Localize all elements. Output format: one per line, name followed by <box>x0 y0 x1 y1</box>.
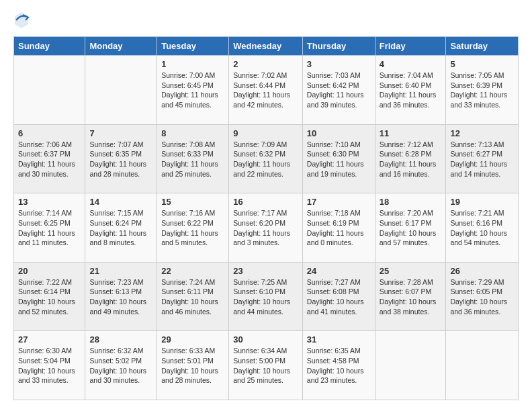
calendar-cell: 5Sunrise: 7:05 AMSunset: 6:39 PMDaylight… <box>446 56 519 125</box>
day-number: 26 <box>450 266 514 276</box>
day-number: 25 <box>380 266 442 276</box>
day-number: 13 <box>18 197 81 207</box>
calendar-cell <box>14 56 85 125</box>
day-number: 5 <box>450 59 514 69</box>
day-number: 15 <box>161 197 224 207</box>
calendar-cell: 15Sunrise: 7:16 AMSunset: 6:22 PMDayligh… <box>157 193 229 263</box>
page: SundayMondayTuesdayWednesdayThursdayFrid… <box>0 0 532 411</box>
cell-content: Sunrise: 7:08 AMSunset: 6:33 PMDaylight:… <box>161 140 224 179</box>
day-number: 7 <box>89 128 152 138</box>
cell-content: Sunrise: 6:34 AMSunset: 5:00 PMDaylight:… <box>233 346 298 385</box>
cell-content: Sunrise: 7:23 AMSunset: 6:13 PMDaylight:… <box>89 277 152 317</box>
cell-content: Sunrise: 6:35 AMSunset: 4:58 PMDaylight:… <box>307 346 371 385</box>
calendar-cell: 29Sunrise: 6:33 AMSunset: 5:01 PMDayligh… <box>157 331 229 400</box>
calendar-table: SundayMondayTuesdayWednesdayThursdayFrid… <box>13 36 519 400</box>
day-number: 28 <box>89 334 152 345</box>
calendar-cell: 21Sunrise: 7:23 AMSunset: 6:13 PMDayligh… <box>85 262 157 331</box>
day-number: 30 <box>233 334 298 345</box>
calendar-cell: 17Sunrise: 7:18 AMSunset: 6:19 PMDayligh… <box>302 193 375 263</box>
calendar-cell <box>375 331 446 400</box>
cell-content: Sunrise: 7:27 AMSunset: 6:08 PMDaylight:… <box>307 277 371 317</box>
calendar-cell: 23Sunrise: 7:25 AMSunset: 6:10 PMDayligh… <box>229 262 303 331</box>
day-number: 22 <box>161 266 224 276</box>
cell-content: Sunrise: 7:18 AMSunset: 6:19 PMDaylight:… <box>307 208 371 248</box>
calendar-cell: 2Sunrise: 7:02 AMSunset: 6:44 PMDaylight… <box>229 56 303 125</box>
calendar-cell: 28Sunrise: 6:32 AMSunset: 5:02 PMDayligh… <box>85 331 157 400</box>
weekday-header: Friday <box>375 37 446 56</box>
cell-content: Sunrise: 6:30 AMSunset: 5:04 PMDaylight:… <box>18 346 81 385</box>
calendar-week-row: 6Sunrise: 7:06 AMSunset: 6:37 PMDaylight… <box>14 124 519 193</box>
weekday-row: SundayMondayTuesdayWednesdayThursdayFrid… <box>14 37 519 56</box>
calendar-week-row: 27Sunrise: 6:30 AMSunset: 5:04 PMDayligh… <box>14 331 519 400</box>
calendar-cell: 4Sunrise: 7:04 AMSunset: 6:40 PMDaylight… <box>375 56 446 125</box>
calendar-cell: 10Sunrise: 7:10 AMSunset: 6:30 PMDayligh… <box>302 124 375 193</box>
day-number: 31 <box>307 334 371 345</box>
cell-content: Sunrise: 7:09 AMSunset: 6:32 PMDaylight:… <box>233 140 298 179</box>
calendar-cell <box>85 56 157 125</box>
calendar-cell: 25Sunrise: 7:28 AMSunset: 6:07 PMDayligh… <box>375 262 446 331</box>
cell-content: Sunrise: 7:07 AMSunset: 6:35 PMDaylight:… <box>89 140 152 179</box>
calendar-cell: 6Sunrise: 7:06 AMSunset: 6:37 PMDaylight… <box>14 124 85 193</box>
cell-content: Sunrise: 6:33 AMSunset: 5:01 PMDaylight:… <box>161 346 224 385</box>
calendar-cell: 13Sunrise: 7:14 AMSunset: 6:25 PMDayligh… <box>14 193 85 263</box>
calendar-cell: 27Sunrise: 6:30 AMSunset: 5:04 PMDayligh… <box>14 331 85 400</box>
calendar-cell: 18Sunrise: 7:20 AMSunset: 6:17 PMDayligh… <box>375 193 446 263</box>
calendar-cell: 7Sunrise: 7:07 AMSunset: 6:35 PMDaylight… <box>85 124 157 193</box>
calendar-cell: 11Sunrise: 7:12 AMSunset: 6:28 PMDayligh… <box>375 124 446 193</box>
calendar-cell: 1Sunrise: 7:00 AMSunset: 6:45 PMDaylight… <box>157 56 229 125</box>
cell-content: Sunrise: 7:03 AMSunset: 6:42 PMDaylight:… <box>307 71 371 110</box>
day-number: 17 <box>307 197 371 207</box>
day-number: 27 <box>18 334 81 345</box>
day-number: 24 <box>307 266 371 276</box>
day-number: 11 <box>380 128 442 138</box>
calendar-cell: 31Sunrise: 6:35 AMSunset: 4:58 PMDayligh… <box>302 331 375 400</box>
day-number: 12 <box>450 128 514 138</box>
day-number: 4 <box>380 59 442 69</box>
cell-content: Sunrise: 7:24 AMSunset: 6:11 PMDaylight:… <box>161 277 224 317</box>
calendar-week-row: 1Sunrise: 7:00 AMSunset: 6:45 PMDaylight… <box>14 56 519 125</box>
weekday-header: Sunday <box>14 37 85 56</box>
day-number: 1 <box>161 59 224 69</box>
cell-content: Sunrise: 7:14 AMSunset: 6:25 PMDaylight:… <box>18 208 81 248</box>
day-number: 8 <box>161 128 224 138</box>
weekday-header: Saturday <box>446 37 519 56</box>
cell-content: Sunrise: 7:15 AMSunset: 6:24 PMDaylight:… <box>89 208 152 248</box>
calendar-cell: 24Sunrise: 7:27 AMSunset: 6:08 PMDayligh… <box>302 262 375 331</box>
cell-content: Sunrise: 7:05 AMSunset: 6:39 PMDaylight:… <box>450 71 514 110</box>
logo <box>13 11 32 30</box>
cell-content: Sunrise: 7:00 AMSunset: 6:45 PMDaylight:… <box>161 71 224 110</box>
calendar-cell: 3Sunrise: 7:03 AMSunset: 6:42 PMDaylight… <box>302 56 375 125</box>
calendar-body: 1Sunrise: 7:00 AMSunset: 6:45 PMDaylight… <box>14 56 519 400</box>
day-number: 2 <box>233 59 298 69</box>
cell-content: Sunrise: 7:10 AMSunset: 6:30 PMDaylight:… <box>307 140 371 179</box>
day-number: 16 <box>233 197 298 207</box>
calendar-cell: 30Sunrise: 6:34 AMSunset: 5:00 PMDayligh… <box>229 331 303 400</box>
day-number: 14 <box>89 197 152 207</box>
cell-content: Sunrise: 7:17 AMSunset: 6:20 PMDaylight:… <box>233 208 298 248</box>
day-number: 18 <box>380 197 442 207</box>
header <box>13 11 519 30</box>
calendar-cell: 9Sunrise: 7:09 AMSunset: 6:32 PMDaylight… <box>229 124 303 193</box>
day-number: 3 <box>307 59 371 69</box>
day-number: 9 <box>233 128 298 138</box>
calendar-cell: 8Sunrise: 7:08 AMSunset: 6:33 PMDaylight… <box>157 124 229 193</box>
calendar-cell: 22Sunrise: 7:24 AMSunset: 6:11 PMDayligh… <box>157 262 229 331</box>
calendar-cell: 16Sunrise: 7:17 AMSunset: 6:20 PMDayligh… <box>229 193 303 263</box>
cell-content: Sunrise: 7:12 AMSunset: 6:28 PMDaylight:… <box>380 140 442 179</box>
cell-content: Sunrise: 6:32 AMSunset: 5:02 PMDaylight:… <box>89 346 152 385</box>
cell-content: Sunrise: 7:06 AMSunset: 6:37 PMDaylight:… <box>18 140 81 179</box>
day-number: 29 <box>161 334 224 345</box>
cell-content: Sunrise: 7:20 AMSunset: 6:17 PMDaylight:… <box>380 208 442 248</box>
weekday-header: Thursday <box>302 37 375 56</box>
cell-content: Sunrise: 7:04 AMSunset: 6:40 PMDaylight:… <box>380 71 442 110</box>
calendar-week-row: 13Sunrise: 7:14 AMSunset: 6:25 PMDayligh… <box>14 193 519 263</box>
day-number: 19 <box>450 197 514 207</box>
calendar-cell: 14Sunrise: 7:15 AMSunset: 6:24 PMDayligh… <box>85 193 157 263</box>
cell-content: Sunrise: 7:28 AMSunset: 6:07 PMDaylight:… <box>380 277 442 317</box>
calendar-cell: 20Sunrise: 7:22 AMSunset: 6:14 PMDayligh… <box>14 262 85 331</box>
day-number: 23 <box>233 266 298 276</box>
day-number: 21 <box>89 266 152 276</box>
calendar-header: SundayMondayTuesdayWednesdayThursdayFrid… <box>14 37 519 56</box>
weekday-header: Wednesday <box>229 37 303 56</box>
calendar-cell: 19Sunrise: 7:21 AMSunset: 6:16 PMDayligh… <box>446 193 519 263</box>
